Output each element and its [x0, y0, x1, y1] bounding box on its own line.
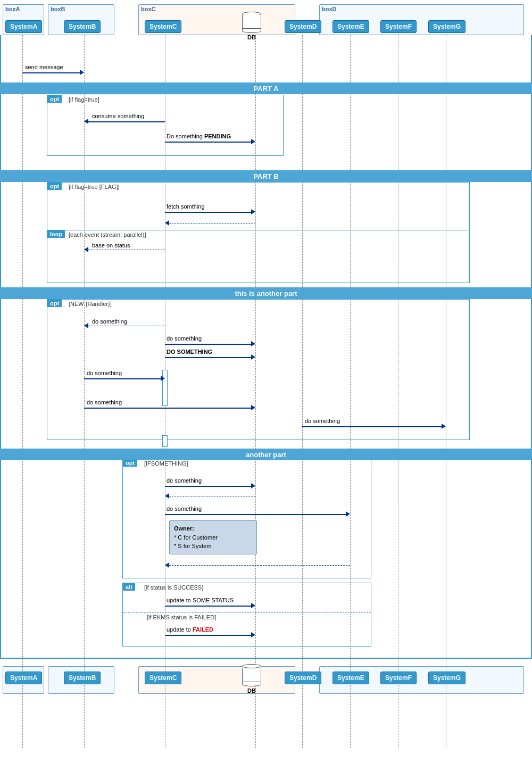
arrow-label-send-message: send message — [25, 64, 63, 70]
arrow-label-do-something-BDB: do something — [87, 399, 122, 405]
fragment-alt1-divider — [123, 612, 371, 613]
arrow-do-something-DG: do something — [302, 422, 446, 430]
fragment-opt4-label: opt — [123, 459, 137, 467]
actor-SystemD-top: SystemD — [285, 20, 321, 33]
diagram-container: boxA boxB boxC boxD SystemA SystemB Syst… — [0, 0, 532, 779]
fragment-opt2-label: opt — [47, 183, 62, 190]
actor-SystemC-bottom: SystemC — [145, 672, 181, 684]
actor-SystemB-top: SystemB — [64, 20, 101, 33]
arrow-label-do-something-CDB1: do something — [167, 477, 202, 484]
fragment-opt3-condition: [NEW {Handler}] — [69, 301, 112, 307]
fragment-loop1-condition: [each event (stream, parallel)] — [69, 231, 146, 238]
group-boxD-label: boxD — [320, 5, 523, 13]
fragment-opt1: opt [if flag=true] — [47, 95, 284, 156]
part-A-label: PART A — [254, 85, 279, 93]
arrow-label-base-on-status: base on status — [92, 242, 130, 248]
fragment-alt1-alt-condition: [if EKMS status is FAILED] — [147, 614, 216, 620]
arrow-label-update-some-status: update to SOME STATUS — [167, 597, 234, 603]
arrow-send-message: send message — [22, 68, 84, 77]
arrow-do-something-bold: DO SOMETHING — [165, 353, 255, 361]
note-owner: Owner: * C for Customer * S for System — [169, 520, 257, 554]
part-B-label: PART B — [253, 172, 278, 180]
group-boxA-label: boxA — [3, 5, 44, 13]
actor-DB-bottom: DB — [242, 664, 261, 694]
fragment-alt1-condition: [if status is SUCCESS] — [144, 584, 203, 591]
footer-actors: SystemA SystemB SystemC DB SystemD Syste… — [0, 660, 532, 702]
lifeline-SystemA — [22, 35, 23, 748]
actor-SystemA-top: SystemA — [5, 20, 42, 33]
part-another-part-label: another part — [246, 451, 286, 459]
arrow-return-long — [165, 563, 350, 567]
actor-DB-top: DB — [242, 12, 261, 40]
fragment-opt2-condition: [if flag=true [FLAG]] — [69, 184, 120, 190]
arrow-label-do-something-BC: do something — [87, 370, 122, 376]
arrow-base-on-status: base on status — [84, 247, 165, 252]
arrow-label-do-something1: do something — [92, 318, 127, 325]
arrow-label-fetch-something: fetch somthing — [167, 203, 205, 210]
arrow-return-1 — [165, 221, 255, 225]
fragment-opt1-label: opt — [47, 95, 62, 103]
fragment-alt1-label: alt — [123, 583, 135, 591]
actor-SystemA-bottom: SystemA — [5, 672, 42, 684]
part-bar-B: PART B — [0, 170, 532, 182]
arrow-label-do-something-CE: do something — [167, 505, 202, 512]
activation-SystemC-2 — [162, 435, 168, 447]
arrow-label-do-something-DG: do something — [305, 418, 340, 424]
part-bar-A: PART A — [0, 82, 532, 94]
arrow-label-do-something-pending: Do something PENDING — [167, 133, 231, 139]
arrow-label-do-something-bold: DO SOMETHING — [167, 349, 212, 355]
actor-DB-label: DB — [247, 34, 256, 40]
fragment-opt3-label: opt — [47, 300, 62, 307]
arrow-do-something-CE: do something — [165, 510, 350, 518]
part-another-label: this is another part — [235, 289, 297, 297]
arrow-do-something-CDB1: do something — [165, 482, 255, 490]
arrow-consume-something: consume something — [84, 117, 165, 126]
part-bar-another-part: another part — [0, 449, 532, 460]
fragment-loop1: loop [each event (stream, parallel)] — [47, 230, 470, 283]
actor-SystemF-top: SystemF — [380, 20, 417, 33]
fragment-opt1-condition: [if flag=true] — [69, 96, 99, 103]
arrow-label-do-something2: do something — [167, 335, 202, 342]
actor-SystemD-bottom: SystemD — [285, 672, 321, 684]
part-bar-another: this is another part — [0, 287, 532, 299]
arrow-return-DB1 — [165, 494, 255, 498]
actor-SystemE-bottom: SystemE — [332, 672, 369, 684]
group-boxC-label: boxC — [139, 5, 295, 13]
actor-SystemG-bottom: SystemG — [428, 672, 466, 684]
actor-SystemC-top: SystemC — [145, 20, 181, 33]
arrow-fetch-something: fetch somthing — [165, 208, 255, 216]
actor-SystemB-bottom: SystemB — [64, 672, 101, 684]
fragment-opt4: opt [IFSOMETHING] — [122, 459, 371, 578]
arrow-label-consume-something: consume something — [92, 113, 144, 119]
actor-SystemF-bottom: SystemF — [380, 672, 417, 684]
fragment-opt4-condition: [IFSOMETHING] — [144, 460, 188, 467]
actor-SystemG-top: SystemG — [428, 20, 466, 33]
arrow-do-something-BDB: do something — [84, 403, 255, 412]
actor-DB-bottom-label: DB — [247, 687, 256, 694]
actor-SystemE-top: SystemE — [332, 20, 369, 33]
arrow-update-some-status: update to SOME STATUS — [165, 601, 255, 610]
arrow-do-something-pending: Do something PENDING — [165, 137, 255, 146]
arrow-do-something-dashed1: do something — [84, 324, 165, 328]
arrow-label-update-failed: update to FAILED — [167, 626, 213, 633]
arrow-do-something-solid1: do something — [165, 339, 255, 348]
arrow-do-something-BC: do something — [84, 374, 165, 383]
fragment-loop1-label: loop — [47, 230, 65, 238]
arrow-update-failed: update to FAILED — [165, 631, 255, 639]
group-boxB-label: boxB — [48, 5, 114, 13]
